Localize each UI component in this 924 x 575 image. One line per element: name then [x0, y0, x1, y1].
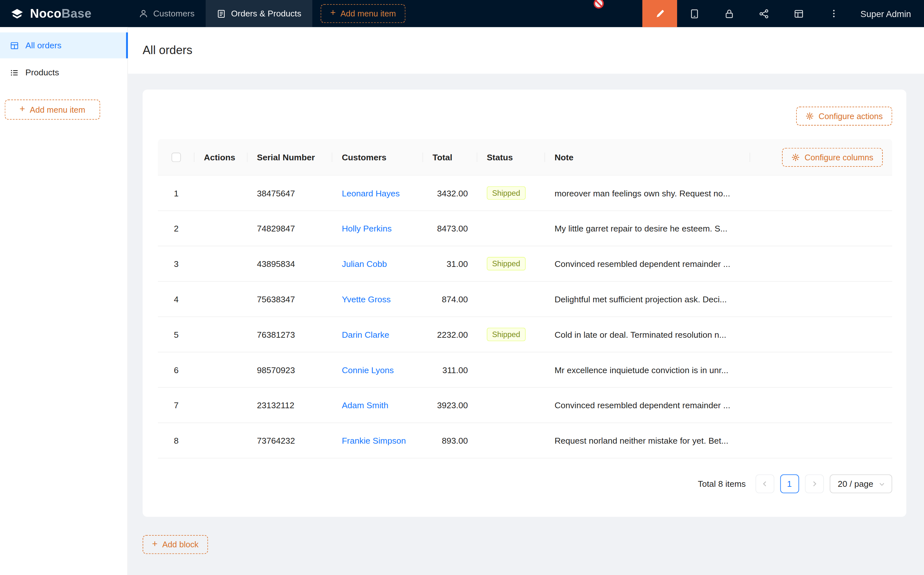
configure-columns-button[interactable]: Configure columns [782, 148, 883, 167]
table-row: 5 76381273 Darin Clarke 2232.00 Shipped … [158, 317, 892, 353]
security-button[interactable] [712, 0, 746, 27]
serial-number-cell: 76381273 [248, 330, 333, 339]
layout-button[interactable] [781, 0, 816, 27]
total-cell: 2232.00 [423, 330, 477, 339]
total-cell: 874.00 [423, 294, 477, 303]
customers-icon [139, 9, 148, 18]
total-cell: 8473.00 [423, 224, 477, 233]
table-header-row: Actions Serial Number Customers Total St… [158, 139, 892, 175]
status-badge: Shipped [487, 186, 526, 200]
nav-item-orders-products[interactable]: Orders & Products [206, 0, 313, 27]
sidebar-item-label: All orders [25, 41, 62, 50]
ellipsis-vertical-icon [829, 9, 838, 18]
row-index-cell: 6 [158, 365, 194, 375]
gear-icon [792, 153, 800, 161]
column-header-total: Total [423, 152, 477, 162]
list-icon [10, 68, 19, 76]
status-cell: Shipped [478, 186, 545, 200]
topbar: NocoBase Customers O [0, 0, 924, 27]
nocobase-logo[interactable]: NocoBase [0, 0, 128, 27]
customer-link[interactable]: Leonard Hayes [342, 188, 400, 198]
column-header-serial-number: Serial Number [248, 152, 333, 162]
table-row: 1 38475647 Leonard Hayes 3432.00 Shipped… [158, 175, 892, 211]
sidebar-item-label: Products [25, 68, 59, 77]
more-menu-button[interactable] [816, 0, 851, 27]
share-nodes-icon [759, 9, 769, 19]
customer-link[interactable]: Frankie Simpson [342, 436, 406, 445]
customer-cell: Holly Perkins [332, 224, 423, 233]
gear-icon [805, 112, 814, 121]
note-cell: Mr excellence inquietude conviction is i… [545, 365, 750, 375]
pagination-page-1[interactable]: 1 [780, 474, 799, 493]
note-cell: Delightful met sufficient projection ask… [545, 294, 750, 303]
serial-number-cell: 38475647 [248, 188, 333, 198]
status-badge: Shipped [487, 328, 526, 341]
blocked-cursor-icon [593, 0, 605, 10]
pagination-prev-button[interactable] [755, 474, 774, 493]
note-cell: Request norland neither mistake for yet.… [545, 436, 750, 445]
customer-link[interactable]: Julian Cobb [342, 259, 387, 268]
total-cell: 31.00 [423, 259, 477, 268]
total-cell: 3432.00 [423, 188, 477, 198]
nav-item-label: Orders & Products [231, 9, 302, 18]
select-all-checkbox[interactable] [171, 152, 181, 162]
customer-cell: Darin Clarke [332, 330, 423, 339]
note-cell: Convinced resembled dependent remainder … [545, 259, 750, 268]
table-body: 1 38475647 Leonard Hayes 3432.00 Shipped… [158, 175, 892, 459]
row-index-cell: 4 [158, 294, 194, 303]
chevron-down-icon [879, 481, 885, 487]
sidebar-add-menu-item-button[interactable]: + Add menu item [5, 100, 100, 119]
api-share-button[interactable] [746, 0, 781, 27]
customer-link[interactable]: Adam Smith [342, 400, 389, 410]
serial-number-cell: 23132112 [248, 400, 333, 410]
note-cell: My little garret repair to desire he est… [545, 224, 750, 233]
status-cell: Shipped [478, 328, 545, 341]
topbar-nav: Customers Orders & Products [128, 0, 313, 27]
note-cell: Convinced resembled dependent remainder … [545, 400, 750, 410]
row-index-cell: 8 [158, 436, 194, 445]
customer-link[interactable]: Yvette Gross [342, 294, 391, 303]
add-block-button[interactable]: + Add block [143, 535, 208, 554]
logo-text: NocoBase [30, 6, 91, 21]
column-header-actions: Actions [194, 152, 248, 162]
page-size-select[interactable]: 20 / page [829, 474, 892, 493]
table-row: 8 73764232 Frankie Simpson 893.00 Reques… [158, 423, 892, 459]
column-header-note: Note [545, 152, 750, 162]
customer-link[interactable]: Darin Clarke [342, 330, 389, 339]
row-index-cell: 5 [158, 330, 194, 339]
orders-icon [217, 9, 226, 18]
pagination-next-button[interactable] [805, 474, 824, 493]
customer-cell: Leonard Hayes [332, 188, 423, 198]
customer-link[interactable]: Holly Perkins [342, 224, 392, 233]
nav-item-customers[interactable]: Customers [128, 0, 206, 27]
header-config-cell: Configure columns [750, 148, 892, 167]
plus-icon: + [152, 539, 157, 549]
serial-number-cell: 98570923 [248, 365, 333, 375]
table-row: 4 75638347 Yvette Gross 874.00 Delightfu… [158, 282, 892, 317]
sidebar-item-all-orders[interactable]: All orders [0, 33, 127, 59]
row-index-cell: 2 [158, 224, 194, 233]
orders-table-card: Configure actions Actions Serial Number … [143, 89, 906, 517]
table-row: 6 98570923 Connie Lyons 311.00 Mr excell… [158, 353, 892, 388]
table-row: 7 23132112 Adam Smith 3923.00 Convinced … [158, 388, 892, 423]
total-cell: 311.00 [423, 365, 477, 375]
page-header: All orders [128, 27, 924, 74]
layout-icon [794, 9, 804, 19]
customer-cell: Julian Cobb [332, 259, 423, 268]
mobile-client-button[interactable] [677, 0, 712, 27]
topbar-add-menu-item-button[interactable]: + Add menu item [321, 4, 405, 23]
row-index-cell: 7 [158, 400, 194, 410]
customer-link[interactable]: Connie Lyons [342, 365, 394, 375]
app-window: NocoBase Customers O [0, 0, 924, 575]
sidebar-item-products[interactable]: Products [0, 60, 127, 86]
table-row: 2 74829847 Holly Perkins 8473.00 My litt… [158, 211, 892, 246]
sidebar: All orders Products + Add [0, 27, 128, 575]
page-content: Configure actions Actions Serial Number … [128, 74, 924, 575]
status-cell: Shipped [478, 257, 545, 270]
configure-actions-button[interactable]: Configure actions [796, 106, 892, 125]
user-menu[interactable]: Super Admin [851, 0, 924, 27]
table-toolbar: Configure actions [158, 106, 892, 125]
nocobase-logo-icon [10, 6, 25, 21]
ui-editor-button[interactable] [642, 0, 677, 27]
pagination-total: Total 8 items [698, 479, 746, 488]
